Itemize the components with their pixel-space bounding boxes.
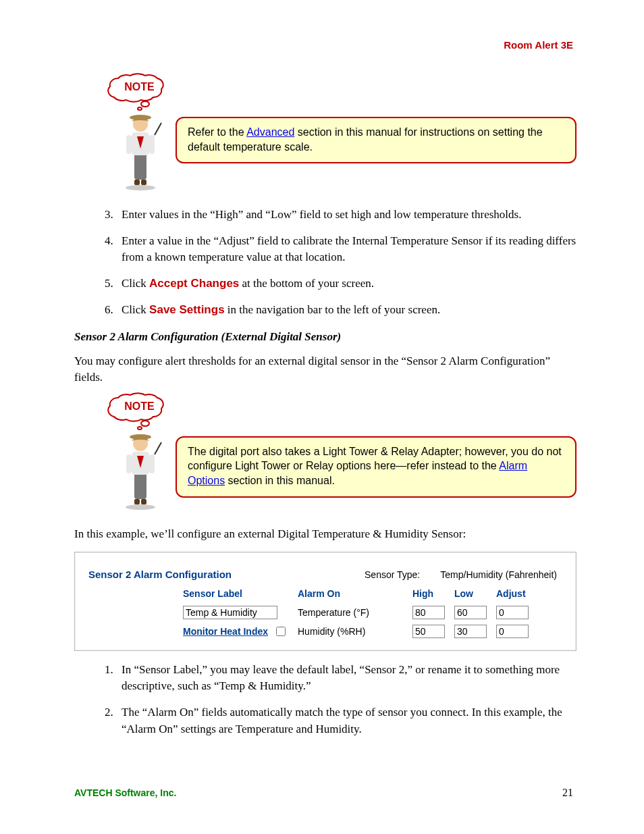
- temp-high-input[interactable]: [412, 606, 445, 619]
- svg-rect-19: [126, 454, 132, 473]
- sensor-label-input[interactable]: [183, 606, 277, 619]
- monitor-heat-index-link[interactable]: Monitor Heat Index: [183, 626, 268, 637]
- svg-point-1: [138, 107, 142, 110]
- accept-changes-action: Accept Changes: [149, 277, 239, 290]
- step-5-pre: Click: [122, 277, 149, 290]
- temp-adjust-input[interactable]: [496, 606, 529, 619]
- sensor-type-label: Sensor Type:: [365, 569, 420, 580]
- footer-page-number: 21: [562, 787, 573, 799]
- paragraph-sensor2-intro: You may configure alert thresholds for a…: [74, 353, 576, 386]
- svg-rect-7: [126, 135, 132, 154]
- svg-line-9: [155, 123, 161, 135]
- svg-point-0: [141, 101, 149, 107]
- note-bubble-label: NOTE: [103, 400, 176, 413]
- svg-rect-11: [141, 180, 146, 185]
- humidity-low-input[interactable]: [454, 625, 487, 638]
- step-6-pre: Click: [122, 303, 149, 316]
- svg-point-13: [138, 427, 142, 429]
- temp-low-input[interactable]: [454, 606, 487, 619]
- sensor-type-value: Temp/Humidity (Fahrenheit): [440, 569, 557, 580]
- svg-rect-10: [134, 180, 140, 185]
- note-box-1: Refer to the Advanced section in this ma…: [176, 117, 576, 163]
- note-block-2: NOTE The digi: [98, 392, 576, 513]
- note-figure-1: NOTE: [98, 73, 176, 193]
- paragraph-example-intro: In this example, we’ll configure an exte…: [74, 526, 576, 542]
- step-5: Click Accept Changes at the bottom of yo…: [116, 276, 576, 292]
- thought-bubble-icon: NOTE: [103, 73, 176, 111]
- note-block-1: NOTE Refer to: [98, 73, 576, 193]
- save-settings-action: Save Settings: [149, 303, 225, 316]
- svg-rect-20: [149, 454, 155, 473]
- hdr-high: High: [412, 588, 454, 600]
- svg-point-6: [130, 115, 151, 120]
- steps-list-b: In “Sensor Label,” you may leave the def…: [74, 662, 576, 738]
- alarm-on-humidity: Humidity (%RH): [298, 626, 412, 637]
- alarm-on-temp: Temperature (°F): [298, 607, 412, 618]
- monitor-heat-index-checkbox[interactable]: [276, 627, 286, 636]
- svg-rect-23: [141, 499, 146, 504]
- note1-link-advanced[interactable]: Advanced: [246, 126, 294, 138]
- step-3: Enter values in the “High” and “Low” fie…: [116, 207, 576, 224]
- svg-point-18: [130, 434, 151, 440]
- humidity-high-input[interactable]: [412, 625, 445, 638]
- step-5-post: at the bottom of your screen.: [239, 277, 374, 290]
- humidity-adjust-input[interactable]: [496, 625, 529, 638]
- svg-line-21: [155, 442, 161, 454]
- note-box-2: The digital port also takes a Light Towe…: [176, 436, 576, 498]
- config-title: Sensor 2 Alarm Configuration: [88, 569, 291, 580]
- note-figure-2: NOTE: [98, 392, 176, 513]
- note-bubble-label: NOTE: [103, 81, 176, 93]
- hdr-low: Low: [454, 588, 496, 600]
- note2-text-post: section in this manual.: [225, 475, 335, 486]
- step-6-post: in the navigation bar to the left of you…: [225, 303, 441, 316]
- svg-point-2: [126, 185, 155, 190]
- hdr-adjust: Adjust: [496, 588, 541, 600]
- svg-rect-8: [149, 135, 155, 154]
- hdr-alarm-on: Alarm On: [298, 588, 412, 600]
- professor-icon: [117, 429, 176, 513]
- note1-text-pre: Refer to the: [188, 126, 246, 138]
- footer-company: AVTECH Software, Inc.: [74, 787, 176, 798]
- step-6: Click Save Settings in the navigation ba…: [116, 302, 576, 319]
- step-4: Enter a value in the “Adjust” field to c…: [116, 233, 576, 266]
- header-product: Room Alert 3E: [504, 39, 573, 51]
- steps-list-a: Enter values in the “High” and “Low” fie…: [74, 207, 576, 318]
- thought-bubble-icon: NOTE: [103, 392, 176, 430]
- step-b1: In “Sensor Label,” you may leave the def…: [116, 662, 576, 695]
- svg-point-14: [126, 504, 155, 510]
- step-b2: The “Alarm On” fields automatically matc…: [116, 704, 576, 737]
- professor-icon: [117, 109, 176, 193]
- hdr-sensor-label: Sensor Label: [183, 588, 298, 600]
- svg-point-12: [141, 421, 149, 426]
- sensor2-config-panel: Sensor 2 Alarm Configuration Sensor Type…: [74, 552, 576, 651]
- subheading-sensor2: Sensor 2 Alarm Configuration (External D…: [74, 330, 576, 344]
- svg-rect-22: [134, 499, 140, 504]
